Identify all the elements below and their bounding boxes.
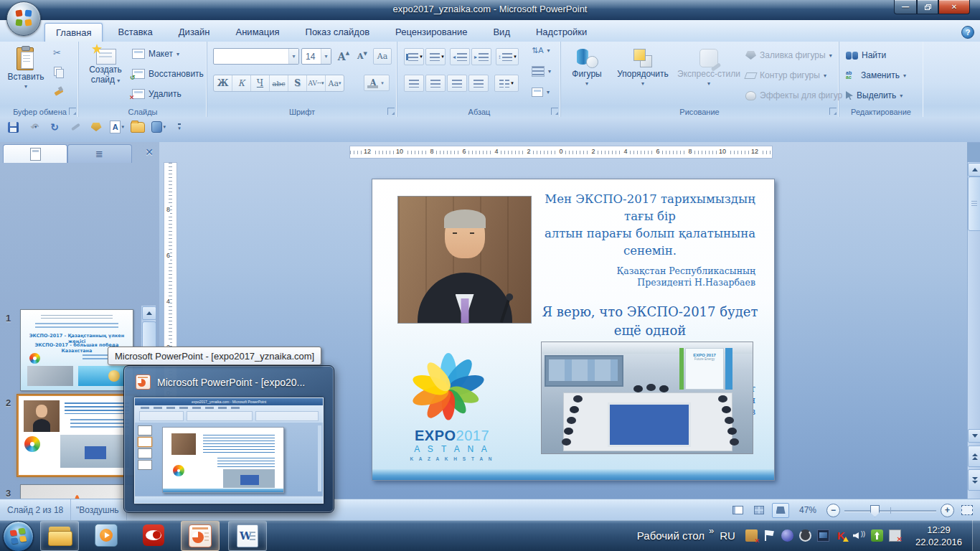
new-slide-button[interactable]: Создать слайд ▾ xyxy=(83,46,128,86)
previous-slide-button[interactable] xyxy=(968,446,980,467)
italic-button[interactable]: К xyxy=(232,75,251,91)
scroll-up-button[interactable] xyxy=(968,163,980,176)
font-color-qat-button[interactable]: A▾ xyxy=(110,120,124,134)
character-spacing-button[interactable]: AV↔▾ xyxy=(307,75,326,91)
font-color-button[interactable]: А ▾ xyxy=(364,75,390,91)
help-button[interactable]: ? xyxy=(961,26,974,39)
text-shadow-button[interactable]: S xyxy=(288,75,307,91)
volume-icon[interactable] xyxy=(853,529,865,542)
antivirus-tray-icon[interactable]: K xyxy=(835,529,847,542)
justify-button[interactable] xyxy=(468,75,489,92)
word-taskbar-button[interactable]: W xyxy=(228,521,267,551)
convert-smartart-button[interactable]: ▾ xyxy=(532,88,550,97)
numbering-button[interactable]: ▾ xyxy=(425,48,446,65)
slide-thumbnail-3[interactable]: EXPO 2017 - Future Energy - Astana Kazak… xyxy=(20,484,133,499)
clipboard-dialog-launcher[interactable] xyxy=(69,108,76,115)
quick-styles-button[interactable]: Экспресс-стили▾ xyxy=(677,47,741,89)
tab-slideshow[interactable]: Показ слайдов xyxy=(295,23,381,42)
usb-tray-icon[interactable] xyxy=(871,529,883,542)
start-button[interactable] xyxy=(3,521,34,551)
font-name-combo[interactable]: ▾ xyxy=(213,48,299,65)
wmp-taskbar-button[interactable] xyxy=(88,521,125,550)
align-left-button[interactable] xyxy=(404,75,424,92)
bold-button[interactable]: Ж xyxy=(214,75,232,91)
view-normal-button[interactable] xyxy=(729,503,746,518)
format-painter-button[interactable] xyxy=(53,85,65,96)
underline-button[interactable]: Ч xyxy=(251,75,270,91)
zoom-out-button[interactable]: − xyxy=(826,504,840,517)
font-dialog-launcher[interactable] xyxy=(387,108,395,115)
tab-view[interactable]: Вид xyxy=(482,23,521,42)
view-slideshow-button[interactable] xyxy=(772,503,789,518)
sync-tray-icon[interactable] xyxy=(799,529,811,542)
tab-insert[interactable]: Вставка xyxy=(107,23,163,42)
minimize-button[interactable]: — xyxy=(894,0,917,14)
align-right-button[interactable] xyxy=(447,75,467,92)
fit-window-button[interactable] xyxy=(958,503,976,518)
meeting-photo[interactable]: EXPO 2017Future Energy xyxy=(541,342,753,454)
redo-button[interactable]: ↻ xyxy=(47,120,62,134)
replace-button[interactable]: abacЗаменить▾ xyxy=(846,70,906,80)
shape-fill-button[interactable]: Заливка фигуры▾ xyxy=(745,50,832,60)
increase-indent-button[interactable]: ▸ xyxy=(471,48,491,65)
restore-button[interactable] xyxy=(917,0,938,14)
action-center-icon[interactable] xyxy=(763,529,776,542)
brush-button[interactable] xyxy=(68,120,83,134)
layout-button[interactable]: Макет▾ xyxy=(132,49,179,59)
drawing-dialog-launcher[interactable] xyxy=(829,108,837,115)
find-button[interactable]: Найти xyxy=(846,50,886,60)
bullets-button[interactable]: ▾ xyxy=(404,48,424,65)
columns-button[interactable]: ▾ xyxy=(494,75,519,92)
grow-font-button[interactable]: A▲ xyxy=(334,48,353,65)
shrink-font-button[interactable]: A▼ xyxy=(353,48,372,65)
clear-formatting-button[interactable]: Aa xyxy=(373,48,392,65)
align-text-button[interactable]: ▾ xyxy=(532,66,551,77)
cut-button[interactable]: ✂ xyxy=(53,47,61,58)
tab-animation[interactable]: Анимация xyxy=(225,23,291,42)
tab-design[interactable]: Дизайн xyxy=(168,23,221,42)
text-direction-button[interactable]: ⇅A▾ xyxy=(532,46,550,55)
open-button[interactable] xyxy=(131,120,145,134)
line-spacing-button[interactable]: ↕▾ xyxy=(496,48,519,65)
panel-close-button[interactable]: ✕ xyxy=(145,146,154,158)
shapes-button[interactable]: Фигуры▾ xyxy=(566,47,608,89)
save-button[interactable] xyxy=(6,120,20,134)
clock[interactable]: 12:29 22.02.2016 xyxy=(915,524,962,548)
font-size-combo[interactable]: 14▾ xyxy=(301,48,331,65)
qat-customize-button[interactable]: ▾ xyxy=(172,120,187,134)
main-scrollbar-thumb[interactable] xyxy=(968,176,980,231)
explorer-taskbar-button[interactable] xyxy=(40,521,79,551)
powerpoint-taskbar-button[interactable] xyxy=(181,521,220,551)
outline-tab[interactable]: ≣ xyxy=(67,144,132,163)
language-indicator[interactable]: RU xyxy=(720,529,735,542)
tab-home[interactable]: Главная xyxy=(44,23,103,42)
arrange-button[interactable]: Упорядочить▾ xyxy=(612,47,674,89)
change-case-button[interactable]: Aa▾ xyxy=(326,75,344,91)
delete-slide-button[interactable]: ✕Удалить xyxy=(132,89,182,99)
reset-button[interactable]: ↺Восстановить xyxy=(132,69,204,79)
shape-outline-button[interactable]: Контур фигуры▾ xyxy=(745,70,826,80)
thumbnails-scroll-up-button[interactable] xyxy=(142,306,156,320)
paragraph-dialog-launcher[interactable] xyxy=(551,108,558,115)
display-tray-icon[interactable] xyxy=(817,529,829,542)
office-button[interactable] xyxy=(6,1,41,36)
zoom-slider[interactable] xyxy=(844,504,936,517)
tab-addins[interactable]: Надстройки xyxy=(525,23,598,42)
next-slide-button[interactable] xyxy=(968,469,980,491)
show-desktop-button[interactable] xyxy=(972,520,980,551)
shapes-qat-button[interactable]: ▾ xyxy=(151,120,166,134)
tab-review[interactable]: Рецензирование xyxy=(385,23,478,42)
slides-tab[interactable] xyxy=(3,144,67,163)
strikethrough-button[interactable]: abc xyxy=(270,75,288,91)
zoom-slider-thumb[interactable] xyxy=(870,505,880,517)
align-center-button[interactable] xyxy=(425,75,446,92)
decrease-indent-button[interactable]: ◂ xyxy=(450,48,470,65)
paste-button[interactable]: Вставить▾ xyxy=(6,46,46,92)
desktop-toolbar-label[interactable]: Рабочий стол xyxy=(637,529,705,542)
select-button[interactable]: Выделить▾ xyxy=(846,90,903,100)
taskbar-preview-popup[interactable]: Microsoft PowerPoint - [expo20... expo20… xyxy=(123,365,334,513)
shape-effects-button[interactable]: Эффекты для фигур▾ xyxy=(745,90,849,100)
copy-button[interactable] xyxy=(53,66,65,77)
toolbar-chevron[interactable]: » xyxy=(709,525,714,536)
preview-thumbnail[interactable]: expo2017_yznaika.com - Microsoft PowerPo… xyxy=(134,397,324,504)
